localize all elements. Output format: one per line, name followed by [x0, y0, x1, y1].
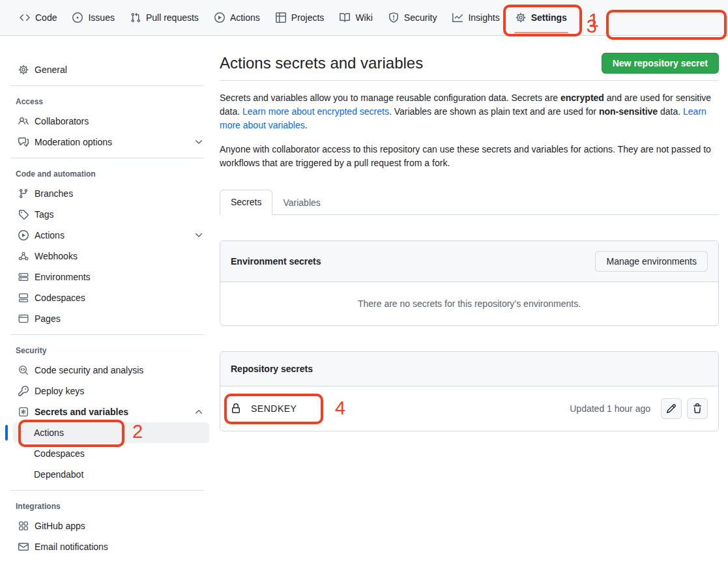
tab-variables[interactable]: Variables — [272, 191, 330, 215]
sidebar-section-security: Security — [5, 340, 209, 360]
encrypted-bold-text: encrypted — [561, 93, 604, 103]
lock-icon — [231, 403, 241, 414]
sidebar-item-branches[interactable]: Branches — [5, 183, 209, 204]
tab-insights[interactable]: Insights — [444, 0, 507, 35]
people-icon — [18, 116, 29, 126]
tab-code[interactable]: Code — [12, 0, 65, 35]
sidebar-item-tags[interactable]: Tags — [5, 204, 209, 225]
codescan-icon — [18, 365, 29, 375]
book-icon — [340, 12, 350, 23]
tab-security[interactable]: Security — [381, 0, 445, 35]
sidebar-item-label: Actions — [35, 230, 188, 240]
repository-secrets-title: Repository secrets — [231, 364, 313, 374]
environment-secrets-empty-text: There are no secrets for this repository… — [220, 282, 718, 325]
tab-projects[interactable]: Projects — [268, 0, 332, 35]
description-paragraph-1: Secrets and variables allow you to manag… — [220, 91, 715, 132]
tab-actions[interactable]: Actions — [207, 0, 268, 35]
chevron-down-icon — [194, 230, 204, 240]
webhook-icon — [18, 251, 29, 261]
non-sensitive-bold-text: non-sensitive — [599, 106, 658, 117]
issue-icon — [72, 12, 83, 23]
sidebar-item-code-security[interactable]: Code security and analysis — [5, 360, 209, 381]
title-divider — [220, 80, 719, 81]
sidebar-item-secrets-and-variables[interactable]: Secrets and variables — [5, 401, 209, 422]
sidebar-item-label: Webhooks — [35, 251, 204, 261]
new-repository-secret-button[interactable]: New repository secret — [602, 53, 719, 74]
sidebar-item-label: General — [35, 65, 204, 75]
sidebar-item-label: Moderation options — [35, 137, 188, 147]
trash-icon — [692, 403, 703, 414]
learn-more-encrypted-secrets-link[interactable]: Learn more about encrypted secrets — [242, 106, 389, 117]
comment-discussion-icon — [18, 137, 29, 147]
sidebar-item-general[interactable]: General — [5, 59, 209, 80]
chevron-down-icon — [194, 137, 204, 147]
sidebar-item-pages[interactable]: Pages — [5, 308, 209, 329]
annotation-number-1: 1 — [589, 11, 599, 30]
sidebar-item-label: Code security and analysis — [35, 365, 204, 375]
tag-icon — [18, 209, 29, 220]
repository-secrets-box: Repository secrets SENDKEY 4 Updated 1 h… — [220, 351, 719, 431]
tab-pull-requests[interactable]: Pull requests — [123, 0, 207, 35]
edit-secret-button[interactable] — [661, 398, 682, 419]
settings-sidebar: General Access Collaborators Moderation … — [0, 36, 220, 557]
code-icon — [20, 12, 30, 23]
sidebar-item-label: Codespaces — [35, 293, 204, 303]
description-text: . Variables are shown as plain text and … — [389, 106, 599, 117]
sidebar-item-codespaces[interactable]: Codespaces — [5, 287, 209, 308]
sidebar-item-label: Email notifications — [35, 542, 204, 552]
sidebar-item-environments[interactable]: Environments — [5, 267, 209, 287]
description-paragraph-2: Anyone with collaborator access to this … — [220, 143, 715, 170]
description-text: data. — [658, 106, 683, 117]
sidebar-item-actions[interactable]: Actions — [5, 225, 209, 246]
tab-label: Pull requests — [146, 12, 199, 23]
sidebar-item-label: Deploy keys — [35, 386, 204, 396]
selected-item-bar — [5, 425, 8, 441]
sidebar-divider — [10, 85, 204, 86]
sidebar-item-email-notifications[interactable]: Email notifications — [5, 536, 209, 557]
sidebar-item-label: Environments — [35, 272, 204, 282]
secret-updated-timestamp: Updated 1 hour ago — [570, 403, 650, 414]
secrets-variables-tabnav: Secrets Variables — [220, 190, 719, 215]
environment-secrets-title: Environment secrets — [231, 256, 321, 267]
manage-environments-button[interactable]: Manage environments — [595, 251, 708, 272]
git-branch-icon — [18, 188, 29, 199]
sidebar-subitem-codespaces[interactable]: Codespaces — [5, 443, 209, 464]
sidebar-item-label: Collaborators — [35, 116, 204, 126]
play-icon — [214, 12, 225, 23]
sidebar-subitem-label: Codespaces — [34, 448, 85, 459]
sidebar-subitem-actions[interactable]: Actions 2 — [13, 422, 209, 443]
sidebar-item-deploy-keys[interactable]: Deploy keys — [5, 381, 209, 401]
tab-wiki[interactable]: Wiki — [332, 0, 380, 35]
secret-name: SENDKEY — [251, 403, 297, 414]
tab-issues[interactable]: Issues — [65, 0, 122, 35]
shield-icon — [388, 12, 399, 23]
mail-icon — [18, 542, 29, 552]
tab-label: Issues — [88, 12, 114, 23]
chevron-up-icon — [194, 407, 204, 417]
graph-icon — [452, 12, 463, 23]
main-content: Actions secrets and variables New reposi… — [220, 36, 728, 431]
tab-label: Settings — [531, 12, 567, 23]
tab-label: Security — [404, 12, 437, 23]
delete-secret-button[interactable] — [687, 398, 708, 419]
project-icon — [276, 12, 286, 23]
environment-secrets-box: Environment secrets Manage environments … — [220, 240, 719, 326]
tab-secrets[interactable]: Secrets — [220, 190, 272, 215]
sidebar-item-webhooks[interactable]: Webhooks — [5, 246, 209, 267]
sidebar-item-collaborators[interactable]: Collaborators — [5, 111, 209, 132]
sidebar-section-code-automation: Code and automation — [5, 164, 209, 183]
sidebar-section-access: Access — [5, 91, 209, 111]
tab-label: Wiki — [355, 12, 372, 23]
annotation-number-2: 2 — [132, 422, 143, 441]
apps-icon — [18, 521, 29, 531]
secrets-icon — [18, 407, 29, 417]
tab-settings[interactable]: Settings 1 — [508, 0, 575, 35]
sidebar-subitem-label: Actions — [34, 427, 64, 438]
sidebar-item-github-apps[interactable]: GitHub apps — [5, 515, 209, 536]
sidebar-subitem-dependabot[interactable]: Dependabot — [5, 464, 209, 485]
sidebar-item-moderation-options[interactable]: Moderation options — [5, 132, 209, 152]
sidebar-item-label: GitHub apps — [35, 521, 204, 531]
sidebar-item-label: Tags — [35, 209, 204, 220]
annotation-number-4: 4 — [335, 399, 345, 418]
pencil-icon — [666, 403, 677, 414]
